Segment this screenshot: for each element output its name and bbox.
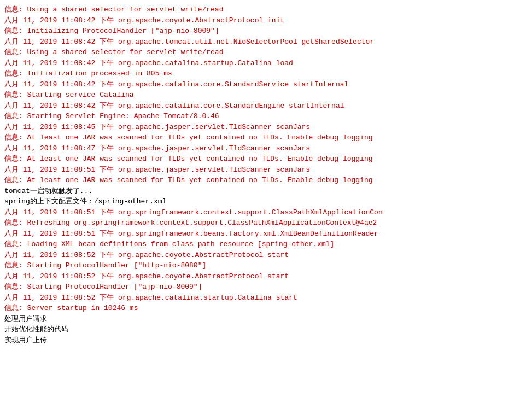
log-line: 信息: At least one JAR was scanned for TLD… [4, 132, 528, 143]
log-line: 信息: Server startup in 10246 ms [4, 303, 528, 314]
log-line: 信息: At least one JAR was scanned for TLD… [4, 154, 528, 165]
log-container: 信息: Using a shared selector for servlet … [4, 4, 528, 346]
log-line: 八月 11, 2019 11:08:45 下午 org.apache.jaspe… [4, 122, 528, 133]
log-line: 信息: Using a shared selector for servlet … [4, 4, 528, 15]
log-line: tomcat一启动就触发了... [4, 186, 528, 197]
log-line: 八月 11, 2019 11:08:51 下午 org.springframew… [4, 207, 528, 218]
log-line: spring的上下文配置文件：/spring-other.xml [4, 196, 528, 207]
log-line: 八月 11, 2019 11:08:51 下午 org.springframew… [4, 229, 528, 239]
log-line: 八月 11, 2019 11:08:42 下午 org.apache.catal… [4, 101, 528, 112]
log-line: 处理用户请求 [4, 314, 528, 325]
log-line: 八月 11, 2019 11:08:42 下午 org.apache.tomca… [4, 37, 528, 48]
log-line: 八月 11, 2019 11:08:42 下午 org.apache.coyot… [4, 15, 528, 26]
log-line: 信息: Starting ProtocolHandler ["http-nio-… [4, 260, 528, 271]
log-line: 开始优化性能的代码 [4, 324, 528, 335]
log-line: 八月 11, 2019 11:08:52 下午 org.apache.coyot… [4, 271, 528, 282]
log-line: 八月 11, 2019 11:08:52 下午 org.apache.catal… [4, 293, 528, 303]
log-line: 八月 11, 2019 11:08:47 下午 org.apache.jaspe… [4, 143, 528, 154]
log-line: 八月 11, 2019 11:08:52 下午 org.apache.coyot… [4, 250, 528, 261]
log-line: 信息: Initializing ProtocolHandler ["ajp-n… [4, 26, 528, 37]
log-line: 信息: At least one JAR was scanned for TLD… [4, 175, 528, 186]
log-line: 信息: Starting service Catalina [4, 90, 528, 101]
log-line: 信息: Loading XML bean definitions from cl… [4, 239, 528, 250]
log-line: 信息: Starting ProtocolHandler ["ajp-nio-8… [4, 282, 528, 293]
log-line: 八月 11, 2019 11:08:42 下午 org.apache.catal… [4, 58, 528, 69]
log-line: 八月 11, 2019 11:08:51 下午 org.apache.jaspe… [4, 165, 528, 176]
log-line: 信息: Refreshing org.springframework.conte… [4, 218, 528, 229]
log-line: 实现用户上传 [4, 335, 528, 346]
log-line: 信息: Using a shared selector for servlet … [4, 47, 528, 58]
log-line: 信息: Starting Servlet Engine: Apache Tomc… [4, 111, 528, 122]
log-line: 信息: Initialization processed in 805 ms [4, 68, 528, 79]
log-line: 八月 11, 2019 11:08:42 下午 org.apache.catal… [4, 79, 528, 90]
